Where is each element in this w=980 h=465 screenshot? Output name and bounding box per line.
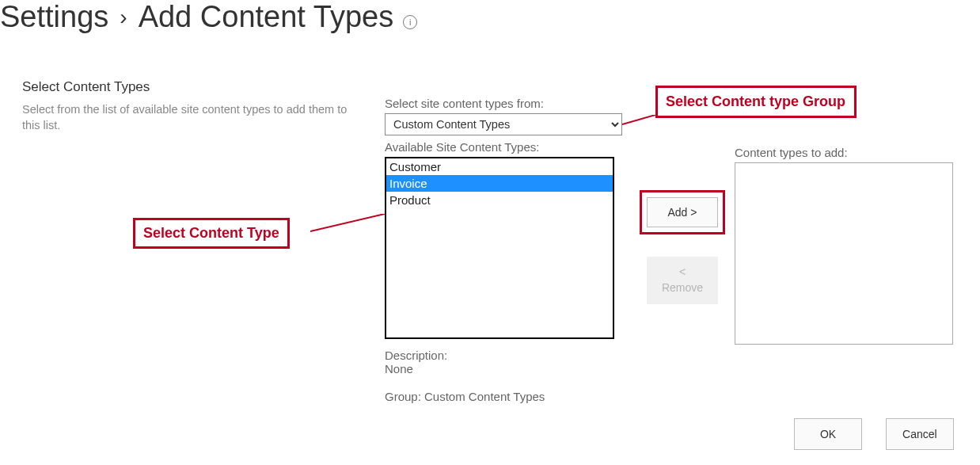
footer-buttons: OK Cancel: [794, 418, 954, 450]
available-content-types-listbox[interactable]: Customer Invoice Product: [385, 157, 614, 339]
description-block: Description: None: [385, 349, 622, 375]
add-button-highlight: Add >: [640, 190, 725, 234]
main-form-panel: Select site content types from: Custom C…: [385, 97, 622, 403]
svg-line-0: [622, 115, 655, 124]
to-add-label: Content types to add:: [735, 146, 953, 159]
svg-line-1: [310, 214, 385, 231]
info-icon[interactable]: i: [403, 15, 417, 29]
section-title: Select Content Types: [22, 79, 355, 95]
available-label: Available Site Content Types:: [385, 140, 622, 154]
cancel-button[interactable]: Cancel: [886, 418, 954, 450]
section-description: Select from the list of available site c…: [22, 101, 355, 134]
select-from-label: Select site content types from:: [385, 97, 622, 110]
available-option[interactable]: Invoice: [386, 175, 613, 192]
callout-line-icon: [310, 214, 385, 233]
callout-line-icon: [622, 115, 655, 128]
callout-type: Select Content Type: [133, 218, 290, 249]
group-line: Group: Custom Content Types: [385, 390, 622, 403]
description-label: Description:: [385, 349, 622, 362]
left-panel: Select Content Types Select from the lis…: [22, 79, 355, 134]
content-types-to-add-listbox[interactable]: [735, 162, 953, 345]
breadcrumb-separator-icon: ›: [120, 5, 127, 30]
page-title: Add Content Types: [139, 0, 394, 34]
transfer-buttons: Add > <Remove: [640, 190, 727, 304]
available-option[interactable]: Customer: [386, 158, 613, 175]
page-header: Settings › Add Content Types i: [0, 0, 980, 34]
available-option[interactable]: Product: [386, 192, 613, 208]
remove-button: <Remove: [647, 257, 718, 304]
ok-button[interactable]: OK: [794, 418, 862, 450]
breadcrumb-settings-link[interactable]: Settings: [0, 0, 108, 34]
add-button[interactable]: Add >: [647, 197, 718, 227]
content-type-group-select[interactable]: Custom Content Types: [385, 113, 622, 135]
description-value: None: [385, 362, 622, 375]
callout-group: Select Content type Group: [655, 86, 857, 118]
to-add-panel: Content types to add:: [735, 146, 953, 345]
